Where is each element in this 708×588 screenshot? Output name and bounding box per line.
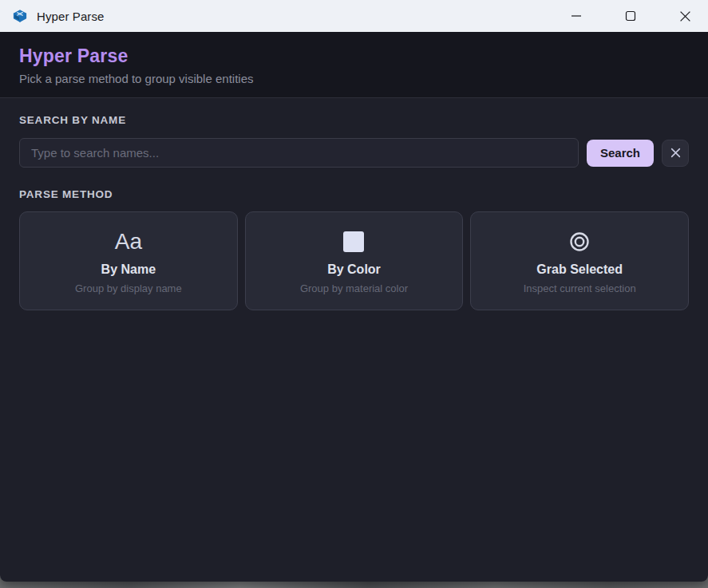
card-title: Grab Selected (536, 262, 623, 277)
color-swatch-icon (343, 227, 364, 256)
close-button[interactable] (666, 0, 703, 32)
x-icon (670, 148, 681, 158)
card-by-name[interactable]: Aa By Name Group by display name (19, 211, 238, 310)
app-content: Hyper Parse Pick a parse method to group… (0, 32, 708, 582)
search-input[interactable] (19, 138, 579, 168)
card-description: Group by material color (300, 282, 408, 294)
parse-section-label: PARSE METHOD (19, 188, 689, 200)
page-title: Hyper Parse (19, 45, 689, 67)
card-title: By Name (101, 262, 156, 277)
app-window: Hyper Parse Hyper Parse Pick a parse met… (0, 0, 708, 582)
search-section-label: SEARCH BY NAME (19, 114, 689, 126)
search-button[interactable]: Search (587, 140, 654, 167)
card-by-color[interactable]: By Color Group by material color (245, 211, 464, 310)
aa-text-icon: Aa (115, 227, 142, 256)
app-header: Hyper Parse Pick a parse method to group… (0, 32, 708, 98)
app-logo-icon (11, 7, 29, 25)
card-description: Group by display name (75, 282, 182, 294)
card-description: Inspect current selection (524, 282, 636, 294)
page-subtitle: Pick a parse method to group visible ent… (19, 72, 689, 85)
titlebar: Hyper Parse (0, 0, 708, 32)
desktop-backdrop (0, 582, 708, 588)
minimize-button[interactable] (558, 0, 595, 32)
maximize-button[interactable] (612, 0, 649, 32)
clear-search-button[interactable] (662, 140, 689, 167)
main-panel: SEARCH BY NAME Search PARSE METHOD Aa By… (0, 98, 708, 326)
close-icon (679, 10, 691, 22)
card-grab-selected[interactable]: Grab Selected Inspect current selection (470, 211, 689, 310)
target-circles-icon (568, 227, 591, 256)
card-title: By Color (327, 262, 381, 277)
minimize-icon (571, 10, 582, 22)
window-title: Hyper Parse (37, 10, 104, 23)
search-row: Search (19, 138, 689, 168)
maximize-icon (625, 10, 636, 22)
parse-method-cards: Aa By Name Group by display name By Colo… (19, 211, 689, 310)
